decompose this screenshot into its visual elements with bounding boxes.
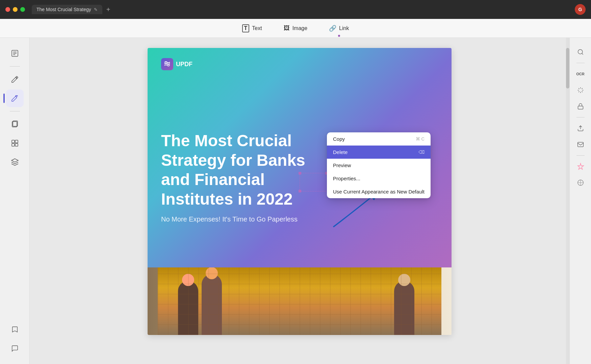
add-tab-button[interactable]: + [106,6,110,14]
context-menu-copy[interactable]: Copy ⌘ C [327,132,431,146]
lock-icon [577,103,584,110]
annotate-icon [11,94,19,102]
protect-btn[interactable] [573,99,588,114]
right-sep-2 [576,117,585,118]
text-tool[interactable]: T Text [238,22,266,34]
preview-label: Preview [333,162,351,168]
minimize-button[interactable] [13,7,18,12]
delete-shortcut: ⌫ [418,150,425,155]
image-tool-label: Image [292,25,307,31]
svg-rect-8 [15,140,18,143]
sidebar-btn-bookmark[interactable] [6,321,24,338]
svg-rect-4 [16,96,18,96]
layers-icon [11,158,19,166]
active-indicator [338,35,340,37]
link-tool[interactable]: 🔗 Link [325,23,353,34]
sidebar-btn-organize[interactable] [6,134,24,152]
svg-rect-9 [12,144,15,146]
sidebar-btn-edit[interactable] [6,71,24,88]
share-btn[interactable] [573,121,588,136]
svg-rect-7 [12,140,15,143]
set-default-label: Use Current Appearance as New Default [333,189,425,194]
convert-btn[interactable] [573,83,588,98]
svg-point-12 [578,50,582,54]
search-btn[interactable] [573,45,588,59]
scrollbar-thumb[interactable] [566,48,569,88]
sticker-btn[interactable] [573,175,588,190]
active-tab[interactable]: The Most Crucial Strategy ✎ [32,5,102,14]
sidebar-btn-document[interactable] [6,45,24,62]
sidebar-btn-comment[interactable] [6,340,24,357]
search-icon [577,49,584,55]
copy-shortcut: ⌘ C [416,136,425,141]
context-menu: Copy ⌘ C Delete ⌫ Preview Properties... … [327,132,431,198]
pages-icon [11,120,19,128]
pdf-logo-text: UPDF [176,61,192,68]
maximize-button[interactable] [20,7,25,12]
context-menu-properties[interactable]: Properties... [327,172,431,185]
close-button[interactable] [5,7,10,12]
pdf-main-title: The Most Crucial Strategy for Banks and … [161,131,337,209]
ocr-btn[interactable]: OCR [573,67,588,81]
bookmark-icon [11,326,19,333]
sidebar-bottom [6,321,24,357]
sticker-icon [577,179,584,186]
toolbar: T Text 🖼 Image 🔗 Link [0,19,591,38]
ai-btn[interactable] [573,159,588,174]
context-menu-preview[interactable]: Preview [327,159,431,172]
ai-icon [577,163,584,170]
share-icon [577,125,584,132]
comment-icon [11,345,19,352]
properties-label: Properties... [333,176,360,181]
left-sidebar [0,38,30,364]
tab-edit-icon[interactable]: ✎ [94,7,98,12]
mail-btn[interactable] [573,137,588,152]
document-area[interactable]: UPDF The Most Crucial Strategy for Banks… [30,38,569,364]
pdf-image-section [148,267,452,335]
context-menu-delete[interactable]: Delete ⌫ [327,146,431,159]
sidebar-btn-layers[interactable] [6,153,24,171]
svg-rect-10 [15,144,18,146]
organize-icon [11,139,19,147]
link-tool-label: Link [339,25,349,31]
traffic-lights [5,7,25,12]
image-tool[interactable]: 🖼 Image [280,23,311,34]
sidebar-sep-2 [10,111,20,111]
right-sidebar: OCR [569,38,591,364]
app-window: T Text 🖼 Image 🔗 Link [0,19,591,364]
text-tool-label: Text [252,25,262,31]
pdf-logo: UPDF [161,58,438,70]
sidebar-sep-1 [10,66,20,67]
tab-title: The Most Crucial Strategy [36,7,91,12]
convert-icon [577,87,584,94]
scrollbar[interactable] [566,38,569,364]
link-tool-icon: 🔗 [329,25,336,32]
ocr-label: OCR [576,72,584,76]
svg-rect-13 [578,106,583,109]
copy-label: Copy [333,136,345,142]
mail-icon [577,141,584,148]
sidebar-btn-pages[interactable] [6,115,24,133]
sidebar-btn-annotate[interactable] [6,89,24,107]
right-sep-3 [576,155,585,156]
edit-icon [11,75,19,83]
content-area: UPDF The Most Crucial Strategy for Banks… [0,38,591,364]
avatar[interactable]: G [575,4,586,15]
document-list-icon [11,49,19,57]
image-tool-icon: 🖼 [284,25,290,32]
svg-rect-15 [577,142,583,147]
titlebar: The Most Crucial Strategy ✎ + G [0,0,591,19]
updf-logo-icon [161,58,173,70]
tab-container: The Most Crucial Strategy ✎ + [32,5,110,14]
text-tool-icon: T [242,24,250,32]
context-menu-set-default[interactable]: Use Current Appearance as New Default [327,185,431,198]
delete-label: Delete [333,149,348,155]
right-sep-1 [576,63,585,63]
